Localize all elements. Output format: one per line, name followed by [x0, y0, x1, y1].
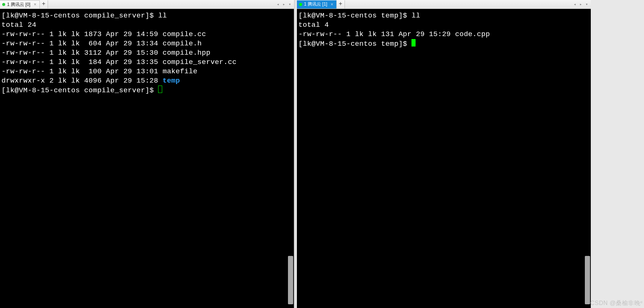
terminal-text: -rw-rw-r-- 1 lk lk 131 Apr 29 15:29 code…: [298, 30, 490, 38]
terminal-line: [lk@VM-8-15-centos compile_server]$: [1, 86, 292, 95]
cursor-icon: [158, 86, 162, 93]
scrollbar[interactable]: [585, 256, 590, 304]
terminal-line: drwxrwxr-x 2 lk lk 4096 Apr 29 15:28 tem…: [1, 76, 292, 86]
tab-menu-icon[interactable]: ▾: [287, 2, 292, 7]
terminal-line: -rw-rw-r-- 1 lk lk 131 Apr 29 15:29 code…: [298, 30, 589, 39]
terminal-text: [lk@VM-8-15-centos temp]$ ll: [298, 12, 420, 20]
status-dot-icon: [2, 3, 5, 6]
terminal-text: -rw-rw-r-- 1 lk lk 604 Apr 29 13:34 comp…: [1, 39, 202, 48]
watermark: CSDN @桑榆非晚ᵉ: [590, 299, 643, 307]
close-icon[interactable]: ×: [331, 2, 333, 7]
terminal-line: -rw-rw-r-- 1 lk lk 184 Apr 29 13:35 comp…: [1, 58, 292, 67]
terminal-text: -rw-rw-r-- 1 lk lk 3112 Apr 29 15:30 com…: [1, 49, 211, 57]
terminal-line: -rw-rw-r-- 1 lk lk 604 Apr 29 13:34 comp…: [1, 39, 292, 48]
terminal-text: total 4: [298, 21, 329, 29]
add-tab-button[interactable]: +: [337, 0, 345, 9]
prev-tab-icon[interactable]: ◂: [572, 2, 577, 7]
terminal-text: -rw-rw-r-- 1 lk lk 184 Apr 29 13:35 comp…: [1, 58, 237, 66]
tab-bar-left: 1 腾讯云 [0] × + ◂ ▸ ▾: [0, 0, 294, 9]
cursor-icon: [411, 39, 416, 46]
terminal-text: [lk@VM-8-15-centos temp]$: [298, 40, 411, 48]
scrollbar[interactable]: [288, 256, 293, 304]
right-pane: 1 腾讯云 [1] × + ◂ ▸ ▾ [lk@VM-8-15-centos t…: [297, 0, 591, 308]
tab-bar-right: 1 腾讯云 [1] × + ◂ ▸ ▾: [297, 0, 591, 9]
pane-splitter[interactable]: [294, 0, 295, 308]
directory-name: temp: [163, 77, 180, 85]
tab-right-0[interactable]: 1 腾讯云 [1] ×: [297, 0, 337, 9]
terminal-text: total 24: [1, 21, 36, 29]
terminal-left[interactable]: [lk@VM-8-15-centos compile_server]$ llto…: [0, 9, 294, 308]
prev-tab-icon[interactable]: ◂: [275, 2, 281, 7]
terminal-text: drwxrwxr-x 2 lk lk 4096 Apr 29 15:28: [1, 77, 163, 85]
terminal-line: total 4: [298, 20, 589, 30]
terminal-line: [lk@VM-8-15-centos compile_server]$ ll: [1, 11, 292, 20]
next-tab-icon[interactable]: ▸: [578, 2, 583, 7]
terminal-line: -rw-rw-r-- 1 lk lk 3112 Apr 29 15:30 com…: [1, 48, 292, 58]
terminal-text: -rw-rw-r-- 1 lk lk 100 Apr 29 13:01 make…: [1, 67, 198, 76]
next-tab-icon[interactable]: ▸: [281, 2, 286, 7]
tab-title: 1 腾讯云 [0]: [7, 1, 31, 8]
tab-nav-controls: ◂ ▸ ▾: [275, 2, 294, 7]
close-icon[interactable]: ×: [34, 2, 36, 7]
tab-nav-controls: ◂ ▸ ▾: [572, 2, 591, 7]
terminal-line: [lk@VM-8-15-centos temp]$: [298, 39, 589, 49]
terminal-text: -rw-rw-r-- 1 lk lk 1873 Apr 29 14:59 com…: [1, 30, 206, 38]
terminal-line: [lk@VM-8-15-centos temp]$ ll: [298, 11, 589, 20]
tab-title: 1 腾讯云 [1]: [304, 1, 327, 7]
tab-left-0[interactable]: 1 腾讯云 [0] ×: [0, 0, 40, 9]
add-tab-button[interactable]: +: [40, 0, 48, 9]
status-dot-icon: [299, 3, 302, 6]
tab-menu-icon[interactable]: ▾: [584, 2, 589, 7]
left-pane: 1 腾讯云 [0] × + ◂ ▸ ▾ [lk@VM-8-15-centos c…: [0, 0, 294, 308]
terminal-line: -rw-rw-r-- 1 lk lk 1873 Apr 29 14:59 com…: [1, 30, 292, 39]
terminal-right[interactable]: [lk@VM-8-15-centos temp]$ lltotal 4-rw-r…: [297, 9, 591, 308]
terminal-text: [lk@VM-8-15-centos compile_server]$: [1, 86, 158, 94]
terminal-line: -rw-rw-r-- 1 lk lk 100 Apr 29 13:01 make…: [1, 67, 292, 76]
terminal-text: [lk@VM-8-15-centos compile_server]$ ll: [1, 12, 167, 20]
terminal-line: total 24: [1, 20, 292, 30]
